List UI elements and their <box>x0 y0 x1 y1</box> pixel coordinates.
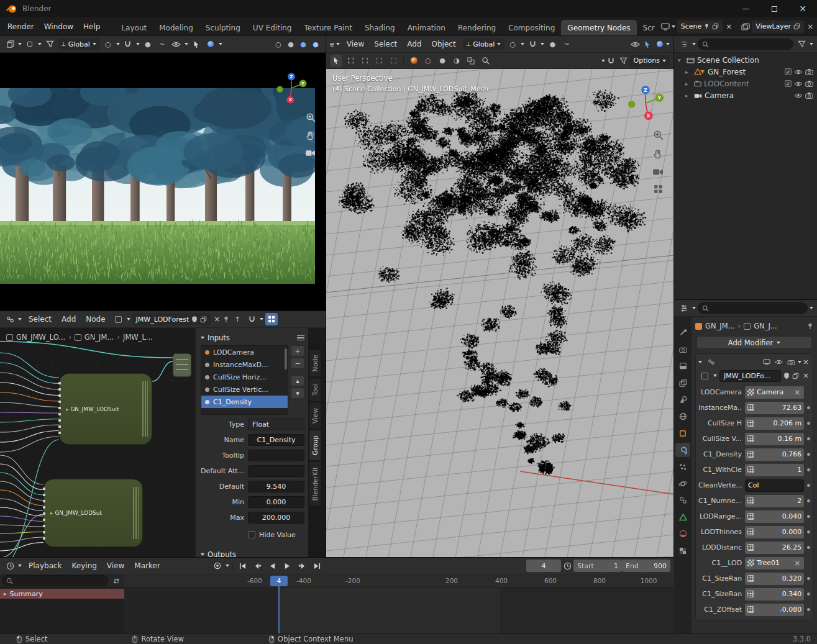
animate-property-dot[interactable] <box>807 546 810 549</box>
node-editor-menu[interactable]: Node <box>81 312 110 327</box>
workspace-tab[interactable]: Compositing <box>502 20 561 36</box>
input-value-field[interactable]: 0.000 × <box>745 526 804 538</box>
overlays-caret[interactable] <box>219 43 222 45</box>
sidebar-tab[interactable]: Tool <box>309 378 321 401</box>
editor-type-icon[interactable] <box>4 313 16 325</box>
editor-type-icon[interactable] <box>678 302 690 314</box>
auto-keying-icon[interactable] <box>211 560 224 571</box>
editor-type-caret[interactable] <box>18 318 22 320</box>
topbar-menu[interactable]: Window <box>39 19 78 34</box>
animate-property-dot[interactable] <box>807 453 810 456</box>
hide-value-checkbox[interactable] <box>248 531 255 538</box>
outliner-search-input[interactable] <box>698 39 793 50</box>
jump-to-start-icon[interactable] <box>236 560 250 571</box>
rendered-forest-preview[interactable] <box>0 88 315 284</box>
input-value-field[interactable]: Tree01 × <box>745 557 804 569</box>
topbar-menu[interactable]: Render <box>2 19 39 34</box>
workspace-tab[interactable]: Scr <box>637 20 661 36</box>
mode-icon[interactable] <box>24 38 36 50</box>
timeline-menu[interactable]: View <box>102 558 129 573</box>
collapsed-node[interactable] <box>173 353 191 377</box>
tab-constraints-icon[interactable] <box>675 493 690 507</box>
scene-selector[interactable]: Scene <box>677 20 723 33</box>
setting-field[interactable] <box>248 465 304 477</box>
timeline-menu[interactable]: Keying <box>67 558 102 573</box>
tab-modifiers-icon[interactable] <box>675 443 690 457</box>
pin-icon[interactable] <box>807 322 813 330</box>
copy-icon[interactable] <box>712 23 719 30</box>
falloff-icon[interactable]: ~ <box>156 38 168 50</box>
breadcrumb-object[interactable]: GN_JM... <box>705 322 735 330</box>
editor-type-icon[interactable] <box>4 38 16 50</box>
zoom-icon[interactable] <box>653 130 664 140</box>
node-editor-menu[interactable]: Select <box>24 312 57 327</box>
setting-field[interactable]: 0.000 <box>248 496 304 508</box>
panel-collapse-caret[interactable] <box>698 361 702 363</box>
hide-eye-icon[interactable] <box>794 81 803 87</box>
transform-orientation-dropdown[interactable]: ⟂ Global <box>58 38 100 50</box>
snap-magnet-icon[interactable] <box>605 55 618 67</box>
spreadsheet-toggle-icon[interactable] <box>747 528 754 535</box>
setting-field[interactable] <box>248 450 304 461</box>
unlink-nodetree-icon[interactable]: × <box>801 372 810 379</box>
minimize-button[interactable] <box>731 0 760 17</box>
gizmo-toggle-icon[interactable] <box>641 38 654 50</box>
snap-magnet-icon[interactable] <box>122 38 134 50</box>
tab-physics-icon[interactable] <box>675 476 690 491</box>
mode-dropdown-truncated[interactable]: e <box>330 40 334 48</box>
breadcrumb-item[interactable]: GN_JM... <box>84 333 114 342</box>
pin-icon[interactable] <box>223 315 229 323</box>
spreadsheet-toggle-icon[interactable] <box>747 544 754 551</box>
mode-caret[interactable] <box>336 43 340 45</box>
move-up-button[interactable]: ▴ <box>291 375 304 386</box>
spreadsheet-toggle-icon[interactable] <box>747 420 754 427</box>
tab-world-icon[interactable] <box>675 409 690 424</box>
tab-output-icon[interactable] <box>675 359 690 373</box>
animate-property-dot[interactable] <box>807 608 810 611</box>
add-modifier-button[interactable]: Add Modifier <box>696 336 812 349</box>
tab-material-icon[interactable] <box>675 527 690 541</box>
shading-wireframe-icon[interactable]: ○ <box>422 55 434 67</box>
overlays-icon[interactable] <box>204 38 217 50</box>
outliner-object-row[interactable]: ▸ Camera ✓ <box>674 89 817 101</box>
input-value-field[interactable]: -0.080 × <box>745 604 804 616</box>
animate-property-dot[interactable] <box>807 499 810 502</box>
workspace-tab[interactable]: Rendering <box>452 20 502 36</box>
copy-icon[interactable] <box>200 316 207 323</box>
spreadsheet-toggle-icon[interactable] <box>747 435 754 442</box>
group-input-item[interactable]: CullSize Vertic... <box>201 383 288 396</box>
overlay-toggle-icon[interactable] <box>265 313 278 325</box>
orthographic-toggle-icon[interactable] <box>654 184 663 194</box>
viewport-menu[interactable]: View <box>342 37 369 52</box>
animate-property-dot[interactable] <box>807 530 810 533</box>
workspace-tab[interactable]: UV Editing <box>247 20 298 36</box>
animate-property-dot[interactable] <box>807 437 810 440</box>
outliner-object-row[interactable]: ▸ GN_Forest ✓ <box>674 66 817 78</box>
active-tool-icon[interactable] <box>330 55 342 67</box>
current-frame-field[interactable]: 4 <box>526 560 561 572</box>
setting-field[interactable]: 9.540 <box>248 481 304 492</box>
proportional-edit-icon[interactable]: ● <box>546 38 559 50</box>
editor-type-caret[interactable] <box>692 307 696 309</box>
pivot-icon[interactable]: ○ <box>102 38 114 50</box>
nodetree-browse-icon[interactable] <box>698 370 711 382</box>
setting-field[interactable]: Float <box>248 419 304 430</box>
tree-unlink-icon[interactable]: × <box>212 315 221 323</box>
tree-browse-caret[interactable] <box>127 318 130 320</box>
shield-icon[interactable] <box>191 315 198 323</box>
play-icon[interactable] <box>281 560 294 571</box>
spreadsheet-toggle-icon[interactable] <box>747 466 754 473</box>
spreadsheet-toggle-icon[interactable] <box>747 451 754 458</box>
copy-icon[interactable] <box>792 373 799 379</box>
visibility-icon[interactable] <box>629 38 641 50</box>
disable-render-camera-icon[interactable] <box>805 92 813 99</box>
workspace-tab[interactable]: Animation <box>401 20 452 36</box>
properties-search-input[interactable] <box>698 302 808 314</box>
setting-field[interactable]: C1_Density <box>248 434 304 446</box>
left-navigation-gizmo[interactable]: Z Y X <box>275 71 308 105</box>
nodetree-browse-caret[interactable] <box>713 374 717 377</box>
timeline-ruler[interactable]: -600-400-2002004006008001000 <box>124 574 674 587</box>
summary-channel-row[interactable]: ▸ Summary <box>0 589 124 599</box>
shading-solid-icon[interactable]: ● <box>285 38 297 50</box>
editor-type-icon[interactable] <box>678 38 690 50</box>
